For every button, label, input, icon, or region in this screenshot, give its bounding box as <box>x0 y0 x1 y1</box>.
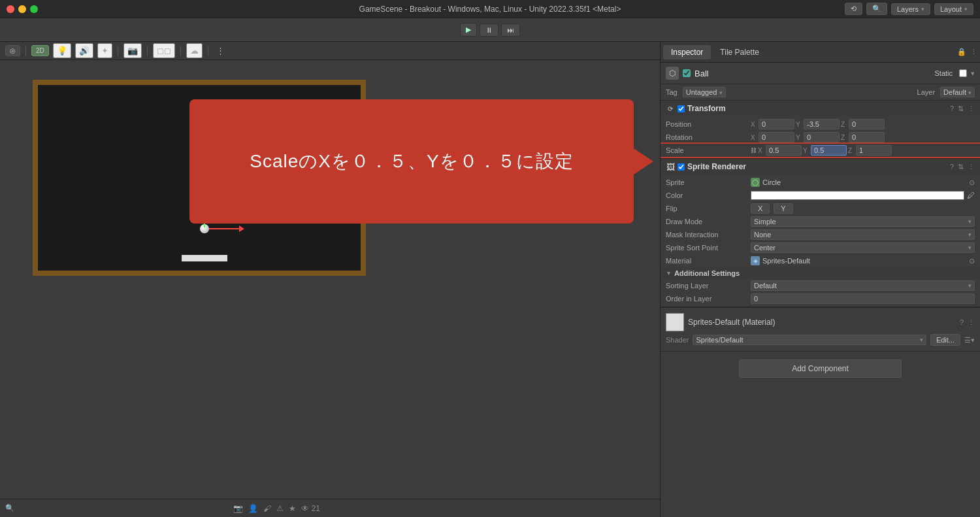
camera-toggle[interactable]: 📷 <box>123 43 142 58</box>
mask-interaction-select[interactable]: None ▾ <box>751 229 975 240</box>
additional-settings-header[interactable]: ▼ Additional Settings <box>661 267 980 279</box>
audio-toggle[interactable]: 🔊 <box>75 43 93 58</box>
add-component-button[interactable]: Add Component <box>739 359 902 378</box>
transform-menu-icon[interactable]: ⋮ <box>968 105 975 113</box>
scene-bottom-bar: 🔍 📷 👤 🖌 ⚠ ★ 👁 21 <box>0 499 660 517</box>
sprite-renderer-settings-icon[interactable]: ⇅ <box>958 163 964 171</box>
transform-header[interactable]: ⟳ Transform ? ⇅ ⋮ <box>661 101 980 116</box>
sprite-renderer-header[interactable]: 🖼 Sprite Renderer ? ⇅ ⋮ <box>661 159 980 175</box>
close-button[interactable] <box>7 5 14 13</box>
x-axis-handle[interactable] <box>209 228 240 229</box>
static-dropdown-icon[interactable]: ▾ <box>971 69 975 78</box>
sprite-sort-point-select[interactable]: Center ▾ <box>751 242 975 253</box>
flip-x-button[interactable]: X <box>751 203 770 214</box>
draw-mode-label: Draw Mode <box>666 218 751 225</box>
position-z-label: Z <box>841 121 847 128</box>
material-help-icon[interactable]: ? <box>960 318 964 327</box>
material-label: Material <box>666 257 751 265</box>
position-x-label: X <box>751 121 757 128</box>
scale-z-input[interactable] <box>856 145 892 156</box>
search-button[interactable]: 🔍 <box>866 3 887 15</box>
layers-dropdown[interactable]: Layers ▾ <box>891 3 930 15</box>
step-button[interactable]: ⏭ <box>501 24 520 37</box>
material-detail-actions: ? ⋮ <box>960 318 975 327</box>
search-scene-input[interactable]: 🔍 <box>5 504 14 512</box>
material-select-icon[interactable]: ⊙ <box>969 257 975 265</box>
gameobject-name[interactable]: Ball <box>694 69 930 78</box>
tag-select[interactable]: Untagged ▾ <box>683 87 726 97</box>
sorting-layer-select[interactable]: Default ▾ <box>751 280 975 291</box>
color-picker-icon[interactable]: 🖊 <box>967 191 975 200</box>
order-in-layer-label: Order in Layer <box>666 295 751 303</box>
static-checkbox[interactable] <box>959 69 967 77</box>
mode-select-button[interactable]: ◎ <box>5 45 20 56</box>
lighting-toggle[interactable]: 💡 <box>53 43 71 58</box>
color-value: 🖊 <box>751 191 975 200</box>
draw-mode-arrow-icon: ▾ <box>968 218 972 225</box>
transform-help-icon[interactable]: ? <box>950 105 954 113</box>
inspector-menu-icon[interactable]: ⋮ <box>970 48 977 56</box>
tab-inspector[interactable]: Inspector <box>663 45 711 59</box>
play-button[interactable]: ▶ <box>460 23 477 37</box>
main-toolbar: ▶ ⏸ ⏭ <box>0 18 980 42</box>
scale-x-label: X <box>758 147 764 154</box>
color-swatch[interactable] <box>751 191 964 200</box>
sprite-renderer-menu-icon[interactable]: ⋮ <box>968 163 975 171</box>
fx-toggle[interactable]: ✦ <box>97 43 112 58</box>
rotation-z-input[interactable] <box>849 132 885 142</box>
cloud-button[interactable]: ☁ <box>186 43 203 58</box>
scene-canvas[interactable]: ScaleのXを０．５、Yを０．５に設定 <box>0 60 660 499</box>
sorting-layer-label: Sorting Layer <box>666 282 751 290</box>
sprite-select-icon[interactable]: ⊙ <box>969 178 975 187</box>
layer-select[interactable]: Default ▾ <box>940 87 975 97</box>
2d-toggle[interactable]: 2D <box>31 45 49 56</box>
draw-mode-select[interactable]: Simple ▾ <box>751 216 975 227</box>
material-menu-icon[interactable]: ⋮ <box>968 318 975 327</box>
minimize-button[interactable] <box>18 5 26 13</box>
scene-toolbar: ◎ 2D 💡 🔊 ✦ 📷 ◻◻ ☁ ⋮ <box>0 42 660 60</box>
draw-mode-field-row: Draw Mode Simple ▾ <box>661 215 980 228</box>
color-label: Color <box>666 192 751 199</box>
bottom-icons: 📷 👤 🖌 ⚠ ★ 👁 21 <box>233 504 320 513</box>
lock-icon[interactable]: 🔒 <box>957 48 966 56</box>
sprite-sort-point-field-row: Sprite Sort Point Center ▾ <box>661 241 980 254</box>
scale-y-label: Y <box>803 147 809 154</box>
gameobject-active-checkbox[interactable] <box>683 69 691 77</box>
shader-select[interactable]: Sprites/Default ▾ <box>693 335 926 345</box>
more-options-icon[interactable]: ⋮ <box>214 44 227 57</box>
flip-y-button[interactable]: Y <box>774 203 792 214</box>
color-field-row: Color 🖊 <box>661 189 980 202</box>
additional-settings-title: Additional Settings <box>674 269 740 277</box>
transform-fields: Position X Y Z <box>661 116 980 158</box>
position-y-input[interactable] <box>804 119 840 129</box>
traffic-lights <box>7 5 38 13</box>
position-z-input[interactable] <box>849 119 885 129</box>
rotation-x-input[interactable] <box>759 132 794 142</box>
position-x-input[interactable] <box>759 119 794 129</box>
rotation-z-item: Z <box>841 132 885 142</box>
gizmos-button[interactable]: ◻◻ <box>153 43 175 58</box>
star-icon: ★ <box>289 504 296 513</box>
transform-settings-icon[interactable]: ⇅ <box>958 105 964 113</box>
history-button[interactable]: ⟲ <box>845 3 862 15</box>
transform-enabled-checkbox[interactable] <box>678 105 685 112</box>
inspector-scroll[interactable]: ⬡ Ball Static ▾ Tag Untagged ▾ Layer Def… <box>661 63 980 517</box>
shader-edit-button[interactable]: Edit... <box>930 334 960 346</box>
scale-x-input[interactable] <box>766 145 802 156</box>
sprite-sort-point-label: Sprite Sort Point <box>666 244 751 252</box>
tag-layer-row: Tag Untagged ▾ Layer Default ▾ <box>661 84 980 101</box>
layout-dropdown[interactable]: Layout ▾ <box>934 3 973 15</box>
layer-arrow-icon: ▾ <box>968 90 972 96</box>
position-y-label: Y <box>796 121 802 128</box>
order-in-layer-input[interactable] <box>751 293 975 304</box>
maximize-button[interactable] <box>30 5 38 13</box>
pause-button[interactable]: ⏸ <box>480 24 498 37</box>
tab-tile-palette[interactable]: Tile Palette <box>712 45 767 59</box>
scale-xyz: ⛓ X Y Z <box>751 145 975 156</box>
sprite-renderer-enabled-checkbox[interactable] <box>678 163 685 171</box>
scale-y-input[interactable] <box>811 145 847 156</box>
shader-expand-icon[interactable]: ☰▾ <box>964 336 975 344</box>
sprite-renderer-help-icon[interactable]: ? <box>950 163 954 171</box>
rotation-y-input[interactable] <box>804 132 840 142</box>
rotation-label: Rotation <box>666 133 751 141</box>
